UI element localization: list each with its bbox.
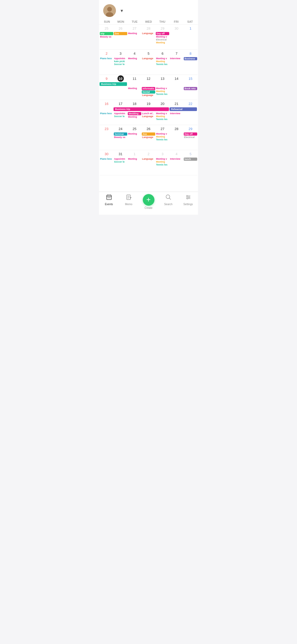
event-pill[interactable]: Soccer le — [114, 115, 127, 118]
event-pill[interactable]: Language — [142, 57, 155, 60]
day-cell-5-0[interactable]: 30Piano less — [100, 150, 114, 175]
day-cell-2-2[interactable]: 11Meeting — [128, 75, 142, 100]
multiday-bar[interactable]: Rehearsal — [169, 107, 197, 111]
day-cell-1-6[interactable]: 8Business — [183, 50, 197, 75]
nav-item-search[interactable]: Search — [158, 194, 178, 209]
day-cell-1-2[interactable]: 4Meeting — [128, 50, 142, 75]
event-pill[interactable]: kate picki — [114, 60, 127, 63]
event-pill[interactable]: Appointm — [114, 57, 127, 60]
event-pill[interactable]: Beauty sa — [114, 136, 127, 139]
day-cell-2-1[interactable]: 10 — [114, 75, 128, 100]
day-cell-1-0[interactable]: 2Piano less — [100, 50, 114, 75]
day-cell-0-5[interactable]: 30 — [169, 25, 183, 49]
event-pill[interactable]: Meeting — [128, 132, 141, 135]
event-pill[interactable]: Meeting — [156, 135, 169, 138]
event-pill[interactable]: Tennis les — [156, 163, 169, 166]
event-pill[interactable]: Informatio — [142, 87, 155, 90]
day-cell-5-3[interactable]: 2Language — [142, 150, 155, 175]
day-cell-4-0[interactable]: 23 — [100, 125, 114, 150]
day-cell-3-2[interactable]: 18Wedding .Meeting — [128, 100, 142, 125]
event-pill[interactable]: Meeting — [128, 57, 141, 60]
day-cell-2-4[interactable]: 13Meeting vMeetingTennis les — [155, 75, 169, 100]
day-cell-0-1[interactable]: 26Zoo — [114, 25, 128, 49]
avatar[interactable] — [103, 4, 116, 17]
create-button[interactable]: + — [143, 194, 154, 206]
event-pill[interactable]: Meeting v — [156, 57, 169, 60]
day-cell-5-5[interactable]: 4Interview — [169, 150, 183, 175]
event-pill[interactable]: Meeting — [128, 87, 141, 90]
day-cell-2-5[interactable]: 14 — [169, 75, 183, 100]
day-cell-2-3[interactable]: 12InformatioDentalLanguage — [142, 75, 155, 100]
event-pill[interactable]: Interview — [170, 112, 183, 115]
day-cell-5-6[interactable]: 5lunch — [183, 150, 197, 175]
event-pill[interactable]: Meeting — [156, 41, 169, 44]
event-pill[interactable]: Day off — [184, 132, 197, 136]
day-cell-5-2[interactable]: 1Meeting — [128, 150, 142, 175]
event-pill[interactable]: Beauty sa — [100, 35, 113, 38]
day-cell-0-0[interactable]: 25tripBeauty sa — [100, 25, 114, 49]
event-pill[interactable]: Electrical — [156, 38, 169, 41]
event-pill[interactable]: Day off — [156, 32, 169, 35]
day-cell-1-4[interactable]: 6Meeting vMeetingTennis les — [155, 50, 169, 75]
event-pill[interactable]: Tennis les — [156, 93, 169, 95]
event-pill[interactable]: Piano less — [100, 158, 113, 160]
event-pill[interactable]: Tennis les — [156, 138, 169, 141]
nav-item-memo[interactable]: Memo — [119, 194, 139, 209]
event-pill[interactable]: Wedding . — [128, 112, 141, 115]
day-cell-4-3[interactable]: 26ZooLanguage — [142, 125, 155, 150]
day-cell-0-4[interactable]: 29Day offMeeting vElectricalMeeting — [155, 25, 169, 49]
day-cell-2-0[interactable]: 9 — [100, 75, 114, 100]
event-pill[interactable]: Meeting — [128, 32, 141, 35]
day-cell-2-6[interactable]: 15Book retu — [183, 75, 197, 100]
event-pill[interactable]: Tennis les — [156, 63, 169, 66]
day-cell-4-5[interactable]: 28 — [169, 125, 183, 150]
event-pill[interactable]: Meeting v — [156, 158, 169, 160]
day-cell-4-4[interactable]: 27Meeting vMeetingTennis les — [155, 125, 169, 150]
day-cell-3-4[interactable]: 20Meeting vMeetingTennis les — [155, 100, 169, 125]
event-pill[interactable]: Language — [142, 115, 155, 118]
day-cell-4-6[interactable]: 29Day offElectrical — [183, 125, 197, 150]
day-cell-3-1[interactable]: 17AppointmSoccer le — [114, 100, 128, 125]
event-pill[interactable]: Meeting — [156, 115, 169, 118]
event-pill[interactable]: Tennis les — [156, 118, 169, 121]
event-pill[interactable]: trip — [100, 32, 113, 35]
day-cell-1-5[interactable]: 7Interview — [169, 50, 183, 75]
day-cell-3-6[interactable]: 22 — [183, 100, 197, 125]
day-cell-3-0[interactable]: 16Piano less — [100, 100, 114, 125]
nav-item-events[interactable]: Events — [99, 194, 119, 209]
event-pill[interactable]: Soccer le — [114, 63, 127, 66]
event-pill[interactable]: Appointm — [114, 158, 127, 160]
event-pill[interactable]: lunch — [184, 158, 197, 161]
event-pill[interactable]: Zoo — [114, 32, 127, 35]
month-title[interactable]: ▾ — [119, 8, 123, 13]
event-pill[interactable]: Seminar — [114, 132, 127, 136]
nav-item-settings[interactable]: Settings — [178, 194, 198, 209]
event-pill[interactable]: Electrical — [184, 136, 197, 139]
event-pill[interactable]: Business — [184, 57, 197, 60]
event-pill[interactable]: Language — [142, 158, 155, 160]
day-cell-0-3[interactable]: 28Language — [142, 25, 155, 49]
day-cell-4-2[interactable]: 25Meeting — [128, 125, 142, 150]
day-cell-0-6[interactable]: 1 — [183, 25, 197, 49]
event-pill[interactable]: Appointm — [114, 112, 127, 115]
event-pill[interactable]: Meeting — [128, 116, 141, 118]
nav-create[interactable]: + Create — [139, 194, 158, 209]
event-pill[interactable]: Meeting v — [156, 112, 169, 115]
event-pill[interactable]: Dental — [142, 90, 155, 94]
event-pill[interactable]: Meeting v — [156, 35, 169, 38]
day-cell-0-2[interactable]: 27Meeting — [128, 25, 142, 49]
event-pill[interactable]: Language — [142, 94, 155, 96]
event-pill[interactable]: Meeting — [156, 60, 169, 63]
day-cell-4-1[interactable]: 24SeminarBeauty sa — [114, 125, 128, 150]
event-pill[interactable]: Interview — [170, 57, 183, 60]
event-pill[interactable]: Book retu — [184, 87, 197, 90]
event-pill[interactable]: Language — [142, 136, 155, 139]
day-cell-3-5[interactable]: 21Interview — [169, 100, 183, 125]
event-pill[interactable]: Meeting — [156, 90, 169, 93]
event-pill[interactable]: Piano less — [100, 112, 113, 115]
event-pill[interactable]: Language — [142, 32, 155, 35]
day-cell-5-4[interactable]: 3Meeting vMeetingTennis les — [155, 150, 169, 175]
day-cell-1-3[interactable]: 5Language — [142, 50, 155, 75]
event-pill[interactable]: Lunch w/.. — [142, 112, 155, 115]
day-cell-1-1[interactable]: 3Appointmkate pickiSoccer le — [114, 50, 128, 75]
